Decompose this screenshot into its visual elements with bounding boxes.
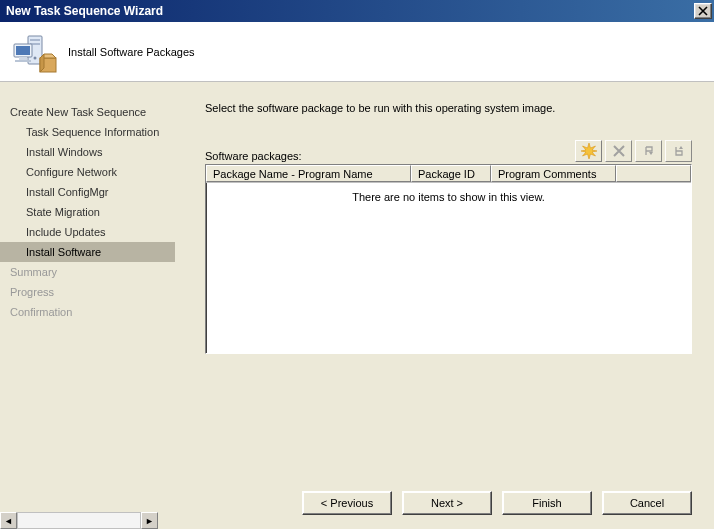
- scroll-track[interactable]: [17, 512, 141, 529]
- svg-point-3: [34, 56, 37, 59]
- package-toolbar: [575, 140, 692, 162]
- sidebar-item-configure-network[interactable]: Configure Network: [0, 162, 175, 182]
- svg-marker-9: [581, 143, 597, 159]
- sidebar-root[interactable]: Create New Task Sequence: [0, 102, 175, 122]
- close-icon: [698, 6, 708, 16]
- sidebar-item-install-windows[interactable]: Install Windows: [0, 142, 175, 162]
- column-package-name[interactable]: Package Name - Program Name: [206, 165, 411, 182]
- column-spacer: [616, 165, 691, 182]
- page-title: Install Software Packages: [68, 46, 195, 58]
- svg-rect-1: [30, 39, 40, 41]
- wizard-content: Select the software package to be run wi…: [175, 82, 714, 529]
- scroll-right-arrow-icon[interactable]: ►: [141, 512, 158, 529]
- sidebar-horizontal-scrollbar[interactable]: ◄ ►: [0, 512, 158, 529]
- delete-package-button[interactable]: [605, 140, 632, 162]
- move-up-button[interactable]: [635, 140, 662, 162]
- svg-rect-5: [16, 46, 30, 55]
- delete-x-icon: [611, 143, 627, 159]
- computer-box-icon: [10, 28, 58, 76]
- starburst-icon: [581, 143, 597, 159]
- sidebar-confirmation[interactable]: Confirmation: [0, 302, 175, 322]
- column-package-id[interactable]: Package ID: [411, 165, 491, 182]
- move-up-icon: [641, 143, 657, 159]
- sidebar-item-state-migration[interactable]: State Migration: [0, 202, 175, 222]
- scroll-left-arrow-icon[interactable]: ◄: [0, 512, 17, 529]
- add-package-button[interactable]: [575, 140, 602, 162]
- window-title: New Task Sequence Wizard: [6, 4, 163, 18]
- move-down-icon: [671, 143, 687, 159]
- instruction-text: Select the software package to be run wi…: [205, 102, 692, 114]
- next-button[interactable]: Next >: [402, 491, 492, 515]
- cancel-button[interactable]: Cancel: [602, 491, 692, 515]
- previous-button[interactable]: < Previous: [302, 491, 392, 515]
- move-down-button[interactable]: [665, 140, 692, 162]
- titlebar: New Task Sequence Wizard: [0, 0, 714, 22]
- sidebar-item-install-configmgr[interactable]: Install ConfigMgr: [0, 182, 175, 202]
- sidebar-summary[interactable]: Summary: [0, 262, 175, 282]
- wizard-buttons: < Previous Next > Finish Cancel: [302, 491, 692, 515]
- sidebar-progress[interactable]: Progress: [0, 282, 175, 302]
- grid-header: Package Name - Program Name Package ID P…: [206, 165, 691, 183]
- empty-message: There are no items to show in this view.: [206, 183, 691, 203]
- close-button[interactable]: [694, 3, 712, 19]
- wizard-sidebar: Create New Task Sequence Task Sequence I…: [0, 82, 175, 529]
- sidebar-item-include-updates[interactable]: Include Updates: [0, 222, 175, 242]
- packages-label: Software packages:: [205, 150, 302, 162]
- svg-rect-6: [19, 57, 27, 60]
- svg-rect-7: [15, 60, 31, 62]
- wizard-header: Install Software Packages: [0, 22, 714, 82]
- finish-button[interactable]: Finish: [502, 491, 592, 515]
- column-program-comments[interactable]: Program Comments: [491, 165, 616, 182]
- sidebar-item-install-software[interactable]: Install Software: [0, 242, 175, 262]
- packages-grid[interactable]: Package Name - Program Name Package ID P…: [205, 164, 692, 354]
- sidebar-item-task-sequence-information[interactable]: Task Sequence Information: [0, 122, 175, 142]
